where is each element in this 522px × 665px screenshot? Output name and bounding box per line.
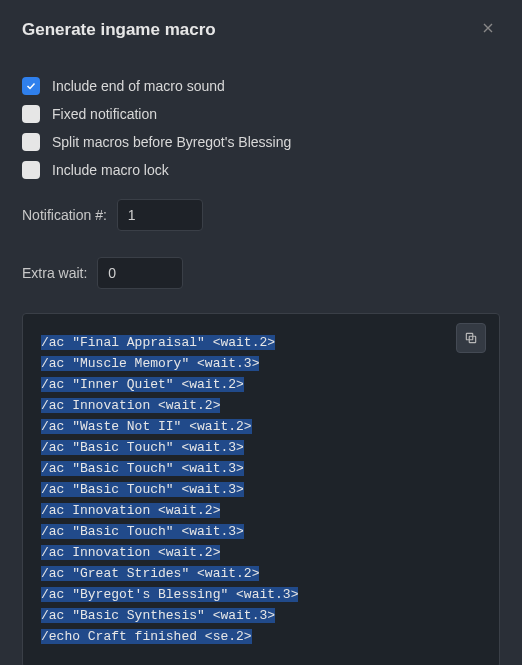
macro-output[interactable]: /ac "Final Appraisal" <wait.2>/ac "Muscl… [22,313,500,665]
checkbox[interactable] [22,105,40,123]
macro-line: /echo Craft finished <se.2> [41,626,481,647]
checkbox[interactable] [22,161,40,179]
checkbox[interactable] [22,133,40,151]
macro-line: /ac "Basic Touch" <wait.3> [41,479,481,500]
macro-output-container: /ac "Final Appraisal" <wait.2>/ac "Muscl… [22,313,500,665]
close-icon [480,20,496,36]
extra-wait-field: Extra wait: [22,257,500,289]
macro-line: /ac Innovation <wait.2> [41,500,481,521]
checkbox[interactable] [22,77,40,95]
dialog-title: Generate ingame macro [22,20,216,40]
copy-icon [464,331,478,345]
checkbox-group: Include end of macro soundFixed notifica… [22,77,500,179]
macro-line: /ac "Basic Touch" <wait.3> [41,437,481,458]
notification-label: Notification #: [22,207,107,223]
checkbox-label[interactable]: Include end of macro sound [52,78,225,94]
macro-line: /ac "Basic Touch" <wait.3> [41,458,481,479]
notification-field: Notification #: [22,199,500,231]
macro-line: /ac "Inner Quiet" <wait.2> [41,374,481,395]
macro-line: /ac "Final Appraisal" <wait.2> [41,332,481,353]
check-icon [25,80,37,92]
macro-line: /ac "Muscle Memory" <wait.3> [41,353,481,374]
macro-line: /ac "Basic Synthesis" <wait.3> [41,605,481,626]
extra-wait-input[interactable] [97,257,183,289]
dialog-header: Generate ingame macro [0,0,522,53]
macro-line: /ac Innovation <wait.2> [41,542,481,563]
checkbox-row: Split macros before Byregot's Blessing [22,133,500,151]
macro-line: /ac "Waste Not II" <wait.2> [41,416,481,437]
macro-line: /ac "Great Strides" <wait.2> [41,563,481,584]
checkbox-row: Fixed notification [22,105,500,123]
copy-button[interactable] [456,323,486,353]
checkbox-label[interactable]: Fixed notification [52,106,157,122]
checkbox-label[interactable]: Include macro lock [52,162,169,178]
macro-line: /ac "Byregot's Blessing" <wait.3> [41,584,481,605]
extra-wait-label: Extra wait: [22,265,87,281]
macro-line: /ac Innovation <wait.2> [41,395,481,416]
checkbox-label[interactable]: Split macros before Byregot's Blessing [52,134,291,150]
dialog-body: Include end of macro soundFixed notifica… [0,53,522,665]
macro-line: /ac "Basic Touch" <wait.3> [41,521,481,542]
checkbox-row: Include macro lock [22,161,500,179]
generate-macro-dialog: Generate ingame macro Include end of mac… [0,0,522,665]
close-button[interactable] [476,16,500,43]
notification-input[interactable] [117,199,203,231]
checkbox-row: Include end of macro sound [22,77,500,95]
